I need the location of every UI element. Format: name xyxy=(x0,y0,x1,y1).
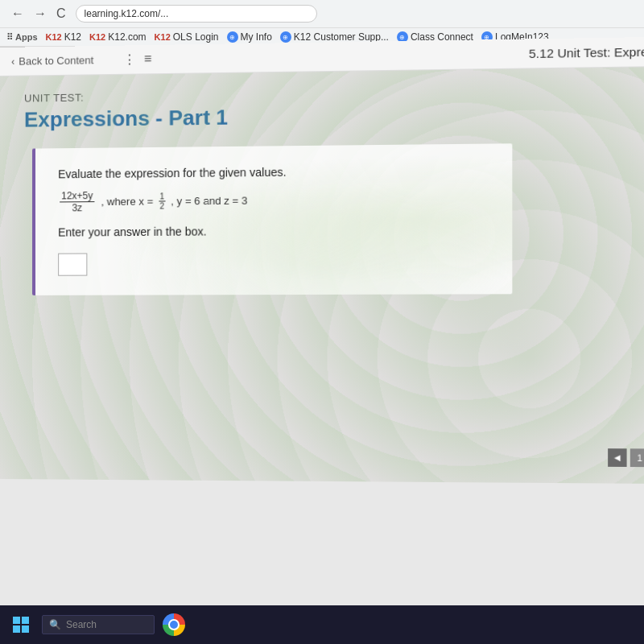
page-number: 1 xyxy=(630,448,644,467)
fraction-numerator: 12x+5y xyxy=(60,190,94,203)
windows-logo-icon xyxy=(13,617,29,633)
chevron-left-icon: ‹ xyxy=(11,56,14,68)
expression-line: 12x+5y 3z , where x = 1 2 , y = 6 and z … xyxy=(58,187,489,214)
bookmark-k12com[interactable]: K12 K12.com xyxy=(89,31,147,43)
myinfo-icon: ⊕ xyxy=(227,31,238,43)
bookmark-apps[interactable]: ⠿ Apps xyxy=(6,32,38,43)
menu-icons: ⋮ ≡ xyxy=(123,52,152,68)
expression-where: , where x = xyxy=(101,196,154,208)
address-bar: ← → C learning.k12.com/... xyxy=(0,0,644,28)
taskbar-search-label: Search xyxy=(66,619,97,630)
half-fraction: 1 2 xyxy=(159,192,165,211)
back-to-content-button[interactable]: ‹ Back to Content xyxy=(11,54,93,68)
support-icon: ⊕ xyxy=(280,31,291,43)
expression-y-z: , y = 6 and z = 3 xyxy=(171,195,247,208)
taskbar: 🔍 Search xyxy=(0,605,644,644)
apps-icon: ⠿ xyxy=(6,32,13,43)
bookmark-myinfo[interactable]: ⊕ My Info xyxy=(227,31,272,43)
page-body: UNIT TEST: Expressions - Part 1 Evaluate… xyxy=(0,67,644,484)
question-text: Evaluate the expression for the given va… xyxy=(58,163,489,180)
answer-field[interactable] xyxy=(59,254,86,275)
bookmark-k12[interactable]: K12 K12 xyxy=(46,31,82,43)
back-label: Back to Content xyxy=(19,54,93,67)
start-button[interactable] xyxy=(8,612,34,638)
dots-menu-icon[interactable]: ⋮ xyxy=(123,52,136,67)
k12-icon: K12 xyxy=(46,32,62,42)
taskbar-search-icon: 🔍 xyxy=(49,619,61,630)
page-wrapper: ‹ Back to Content ⋮ ≡ 5.12 Unit Test: Ex… xyxy=(0,37,644,644)
prev-page-button[interactable]: ◄ xyxy=(608,448,626,467)
main-fraction: 12x+5y 3z xyxy=(60,190,94,214)
forward-button[interactable]: → xyxy=(31,5,50,23)
taskbar-search[interactable]: 🔍 Search xyxy=(42,615,155,634)
refresh-button[interactable]: C xyxy=(53,5,69,23)
nav-buttons: ← → C xyxy=(8,5,69,23)
main-content: ‹ Back to Content ⋮ ≡ 5.12 Unit Test: Ex… xyxy=(0,37,644,644)
chrome-icon[interactable] xyxy=(163,613,185,636)
bookmark-ols[interactable]: K12 OLS Login xyxy=(155,31,219,43)
question-card: Evaluate the expression for the given va… xyxy=(32,143,512,295)
hamburger-icon[interactable]: ≡ xyxy=(144,52,151,67)
unit-title-bar: 5.12 Unit Test: Expres xyxy=(529,44,644,60)
address-input[interactable]: learning.k12.com/... xyxy=(76,5,317,23)
answer-input-box[interactable] xyxy=(58,253,87,275)
unit-heading: Expressions - Part 1 xyxy=(24,100,641,133)
ols-icon: K12 xyxy=(155,32,171,42)
fraction-denominator: 3z xyxy=(70,203,84,215)
bottom-nav: ◄ 1 xyxy=(608,448,644,467)
back-button[interactable]: ← xyxy=(8,5,27,23)
enter-answer-text: Enter your answer in the box. xyxy=(58,223,489,238)
k12com-icon: K12 xyxy=(89,32,105,42)
